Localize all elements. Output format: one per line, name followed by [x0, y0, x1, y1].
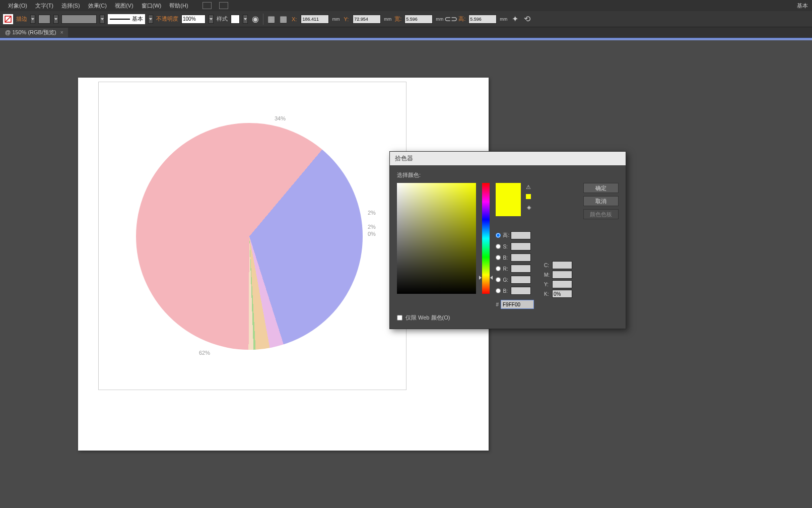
x-unit: mm — [332, 17, 340, 22]
opacity-input[interactable] — [181, 15, 206, 24]
menu-window[interactable]: 窗口(W) — [138, 2, 166, 10]
canvas-area[interactable]: 34% 2% 2% 0% 62% Cyanobacteria Proteobac… — [0, 40, 812, 508]
width-input[interactable] — [404, 15, 433, 24]
stroke-style-name: 基本 — [132, 15, 143, 23]
doc-mode-icon[interactable] — [202, 2, 212, 9]
menu-text[interactable]: 文字(T) — [31, 2, 57, 10]
hsb-b-radio[interactable] — [496, 255, 501, 260]
menu-view[interactable]: 视图(V) — [111, 2, 138, 10]
recolor-icon[interactable]: ◉ — [251, 15, 260, 24]
web-safe-icon[interactable]: ◈ — [527, 204, 531, 211]
stroke-weight-dropdown[interactable] — [30, 15, 35, 24]
hsb-h-input[interactable] — [511, 231, 531, 239]
pie-label-34: 34% — [275, 115, 286, 121]
y-icon: Y: — [343, 16, 350, 22]
hue-slider[interactable] — [482, 183, 490, 294]
divider — [263, 14, 263, 25]
rgb-g-radio[interactable] — [496, 277, 501, 282]
stroke-label: 描边 — [16, 15, 27, 23]
isolate-icon[interactable]: ⟲ — [522, 15, 531, 24]
rgb-r-radio[interactable] — [496, 266, 501, 271]
menu-object[interactable]: 对象(O) — [4, 2, 31, 10]
rgb-r-input[interactable] — [511, 265, 531, 273]
hex-input[interactable] — [501, 300, 534, 309]
cmyk-k-label: K: — [544, 291, 550, 297]
cmyk-y-input[interactable] — [552, 280, 572, 288]
shape-mode-icon[interactable]: ✦ — [510, 15, 519, 24]
opacity-label: 不透明度 — [156, 15, 178, 23]
cmyk-m-input[interactable] — [552, 271, 572, 279]
cmyk-k-input[interactable] — [552, 290, 572, 298]
workspace-label[interactable]: 基本 — [797, 2, 808, 10]
link-wh-icon[interactable]: ⊂⊃ — [446, 15, 455, 24]
menu-select[interactable]: 选择(S) — [57, 2, 84, 10]
h-unit: mm — [500, 17, 507, 22]
hue-slider-handle-left[interactable] — [479, 276, 482, 280]
graphic-style-swatch[interactable] — [231, 15, 240, 24]
hsb-s-input[interactable] — [511, 242, 531, 250]
stroke-preview-line — [110, 19, 130, 20]
no-selection-icon — [3, 14, 13, 24]
gamut-warning-icon[interactable]: ⚠ — [526, 184, 531, 190]
style-label: 样式 — [217, 15, 228, 23]
stroke-profile-dropdown[interactable] — [100, 15, 105, 24]
color-preview: ⚠ ◈ — [496, 183, 521, 216]
menu-help[interactable]: 帮助(H) — [165, 2, 192, 10]
brush-dropdown[interactable] — [148, 15, 153, 24]
rgb-g-label: G: — [503, 277, 509, 283]
pie-label-2a: 2% — [368, 210, 376, 216]
saturation-value-field[interactable] — [397, 183, 476, 294]
x-input[interactable] — [301, 15, 329, 24]
document-tab[interactable]: @ 150% (RGB/预览) × — [0, 28, 68, 37]
rgb-b-label: B: — [503, 288, 509, 294]
ok-button[interactable]: 确定 — [583, 183, 619, 193]
y-input[interactable] — [353, 15, 381, 24]
pie-chart[interactable] — [136, 123, 363, 350]
cancel-button[interactable]: 取消 — [583, 196, 619, 206]
rgb-b-radio[interactable] — [496, 288, 501, 293]
hsb-s-label: S: — [503, 244, 509, 249]
cmyk-c-label: C: — [544, 263, 550, 268]
align-icon[interactable]: ▦ — [266, 15, 276, 24]
stroke-profile-swatch[interactable] — [61, 15, 97, 24]
height-label: 高: — [458, 15, 465, 23]
w-unit: mm — [436, 17, 443, 22]
cmyk-y-label: Y: — [544, 282, 550, 287]
arrange-icon[interactable] — [219, 2, 228, 9]
transform-anchor-icon[interactable]: ▦ — [279, 15, 288, 24]
pie-label-0: 0% — [368, 231, 376, 237]
cmyk-m-label: M: — [544, 272, 550, 278]
stroke-color-swatch[interactable] — [38, 15, 50, 24]
rgb-b-input[interactable] — [511, 287, 531, 295]
y-unit: mm — [384, 17, 391, 22]
cmyk-c-input[interactable] — [552, 261, 572, 269]
hsb-h-label: 高: — [503, 232, 509, 239]
hsb-b-input[interactable] — [511, 253, 531, 262]
color-swatches-button[interactable]: 颜色色板 — [583, 209, 619, 219]
options-bar: 描边 基本 不透明度 样式 ◉ ▦ ▦ X: mm Y: mm 宽: mm ⊂⊃… — [0, 11, 812, 27]
hsb-h-radio[interactable] — [496, 233, 501, 238]
hsb-s-radio[interactable] — [496, 244, 501, 249]
color-picker-title: 拾色器 — [390, 152, 626, 165]
height-input[interactable] — [468, 15, 497, 24]
web-only-checkbox[interactable] — [397, 315, 402, 321]
x-icon: X: — [291, 16, 298, 22]
color-picker-dialog[interactable]: 拾色器 选择颜色: ⚠ ◈ 高: S: B: — [389, 151, 626, 329]
hsb-b-label: B: — [503, 255, 509, 261]
web-only-label: 仅限 Web 颜色(O) — [405, 314, 450, 322]
pie-body — [136, 123, 363, 350]
close-tab-icon[interactable]: × — [60, 30, 63, 35]
width-label: 宽: — [394, 15, 401, 23]
brush-definition[interactable]: 基本 — [108, 14, 145, 24]
opacity-dropdown[interactable] — [209, 15, 214, 24]
pie-label-62: 62% — [199, 350, 210, 356]
select-color-label: 选择颜色: — [397, 171, 619, 179]
gamut-warning-swatch[interactable] — [526, 194, 531, 199]
hue-slider-handle-right[interactable] — [490, 276, 493, 280]
stroke-color-dropdown[interactable] — [53, 15, 58, 24]
hex-label: # — [496, 302, 499, 307]
menu-effect[interactable]: 效果(C) — [84, 2, 111, 10]
rgb-g-input[interactable] — [511, 276, 531, 284]
document-tab-bar: @ 150% (RGB/预览) × — [0, 27, 812, 38]
graphic-style-dropdown[interactable] — [243, 15, 248, 24]
